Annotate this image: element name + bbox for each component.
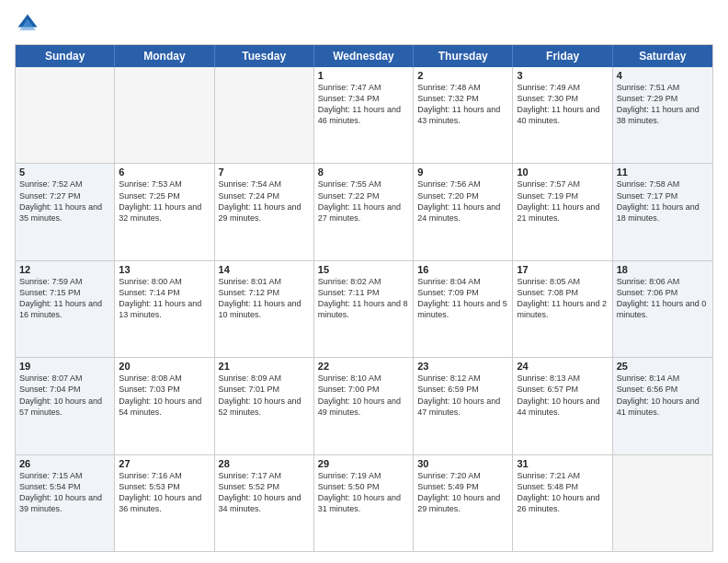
calendar-cell: 28Sunrise: 7:17 AMSunset: 5:52 PMDayligh… xyxy=(215,455,314,551)
cell-info: Sunrise: 7:56 AMSunset: 7:20 PMDaylight:… xyxy=(417,178,508,224)
cell-info: Sunrise: 7:16 AMSunset: 5:53 PMDaylight:… xyxy=(119,470,210,515)
cell-day-number: 11 xyxy=(617,167,709,178)
cell-day-number: 27 xyxy=(119,458,210,469)
cell-info: Sunrise: 7:58 AMSunset: 7:17 PMDaylight:… xyxy=(617,178,709,224)
cell-info: Sunrise: 8:13 AMSunset: 6:57 PMDaylight:… xyxy=(517,373,608,418)
cell-day-number: 2 xyxy=(417,70,508,81)
cell-info: Sunrise: 7:59 AMSunset: 7:15 PMDaylight:… xyxy=(19,276,110,321)
week-row: 1Sunrise: 7:47 AMSunset: 7:34 PMDaylight… xyxy=(16,67,712,163)
logo-icon xyxy=(15,11,40,37)
calendar-cell: 18Sunrise: 8:06 AMSunset: 7:06 PMDayligh… xyxy=(613,261,712,357)
calendar-cell: 27Sunrise: 7:16 AMSunset: 5:53 PMDayligh… xyxy=(115,455,214,551)
calendar-cell: 9Sunrise: 7:56 AMSunset: 7:20 PMDaylight… xyxy=(414,164,513,259)
calendar-cell xyxy=(115,67,214,163)
cell-info: Sunrise: 8:01 AMSunset: 7:12 PMDaylight:… xyxy=(219,276,310,321)
calendar-cell: 31Sunrise: 7:21 AMSunset: 5:48 PMDayligh… xyxy=(513,455,612,551)
calendar-cell: 22Sunrise: 8:10 AMSunset: 7:00 PMDayligh… xyxy=(314,358,414,454)
calendar-cell: 24Sunrise: 8:13 AMSunset: 6:57 PMDayligh… xyxy=(513,358,612,454)
week-row: 5Sunrise: 7:52 AMSunset: 7:27 PMDaylight… xyxy=(16,163,712,259)
cell-day-number: 13 xyxy=(119,264,210,275)
calendar-cell: 3Sunrise: 7:49 AMSunset: 7:30 PMDaylight… xyxy=(513,67,612,163)
day-header: Saturday xyxy=(613,45,712,67)
cell-info: Sunrise: 8:02 AMSunset: 7:11 PMDaylight:… xyxy=(318,276,409,321)
cell-day-number: 10 xyxy=(517,167,608,178)
week-row: 26Sunrise: 7:15 AMSunset: 5:54 PMDayligh… xyxy=(16,454,712,551)
cell-info: Sunrise: 8:04 AMSunset: 7:09 PMDaylight:… xyxy=(417,276,508,321)
cell-day-number: 6 xyxy=(119,167,210,178)
cell-info: Sunrise: 7:17 AMSunset: 5:52 PMDaylight:… xyxy=(219,470,310,515)
cell-info: Sunrise: 7:53 AMSunset: 7:25 PMDaylight:… xyxy=(119,178,210,224)
calendar-cell: 23Sunrise: 8:12 AMSunset: 6:59 PMDayligh… xyxy=(414,358,513,454)
day-header: Wednesday xyxy=(314,45,414,67)
week-row: 12Sunrise: 7:59 AMSunset: 7:15 PMDayligh… xyxy=(16,260,712,357)
calendar-cell: 21Sunrise: 8:09 AMSunset: 7:01 PMDayligh… xyxy=(215,358,314,454)
cell-info: Sunrise: 7:51 AMSunset: 7:29 PMDaylight:… xyxy=(617,82,709,127)
cell-info: Sunrise: 8:05 AMSunset: 7:08 PMDaylight:… xyxy=(517,276,608,321)
day-header: Friday xyxy=(513,45,612,67)
calendar-cell xyxy=(613,455,712,551)
cell-day-number: 7 xyxy=(219,167,310,178)
cell-info: Sunrise: 8:07 AMSunset: 7:04 PMDaylight:… xyxy=(19,373,110,418)
cell-day-number: 4 xyxy=(617,70,709,81)
calendar-cell: 2Sunrise: 7:48 AMSunset: 7:32 PMDaylight… xyxy=(414,67,513,163)
cell-day-number: 30 xyxy=(417,458,508,469)
calendar-cell: 12Sunrise: 7:59 AMSunset: 7:15 PMDayligh… xyxy=(16,261,115,357)
cell-info: Sunrise: 8:10 AMSunset: 7:00 PMDaylight:… xyxy=(318,373,409,418)
cell-day-number: 14 xyxy=(219,264,310,275)
cell-day-number: 28 xyxy=(219,458,310,469)
cell-info: Sunrise: 8:00 AMSunset: 7:14 PMDaylight:… xyxy=(119,276,210,321)
cell-day-number: 25 xyxy=(617,361,709,372)
weeks: 1Sunrise: 7:47 AMSunset: 7:34 PMDaylight… xyxy=(16,67,712,551)
cell-day-number: 12 xyxy=(19,264,110,275)
cell-info: Sunrise: 7:55 AMSunset: 7:22 PMDaylight:… xyxy=(318,178,409,224)
calendar-cell: 15Sunrise: 8:02 AMSunset: 7:11 PMDayligh… xyxy=(314,261,414,357)
cell-info: Sunrise: 8:08 AMSunset: 7:03 PMDaylight:… xyxy=(119,373,210,418)
cell-info: Sunrise: 7:15 AMSunset: 5:54 PMDaylight:… xyxy=(19,470,110,515)
cell-info: Sunrise: 7:47 AMSunset: 7:34 PMDaylight:… xyxy=(318,82,409,127)
cell-info: Sunrise: 7:20 AMSunset: 5:49 PMDaylight:… xyxy=(417,470,508,515)
calendar-cell: 10Sunrise: 7:57 AMSunset: 7:19 PMDayligh… xyxy=(513,164,612,259)
calendar-cell: 20Sunrise: 8:08 AMSunset: 7:03 PMDayligh… xyxy=(115,358,214,454)
cell-day-number: 31 xyxy=(517,458,608,469)
day-header: Thursday xyxy=(414,45,513,67)
calendar-cell: 13Sunrise: 8:00 AMSunset: 7:14 PMDayligh… xyxy=(115,261,214,357)
calendar-cell: 8Sunrise: 7:55 AMSunset: 7:22 PMDaylight… xyxy=(314,164,414,259)
cell-day-number: 29 xyxy=(318,458,409,469)
cell-day-number: 20 xyxy=(119,361,210,372)
calendar-cell: 5Sunrise: 7:52 AMSunset: 7:27 PMDaylight… xyxy=(16,164,115,259)
cell-day-number: 19 xyxy=(19,361,110,372)
calendar-cell: 17Sunrise: 8:05 AMSunset: 7:08 PMDayligh… xyxy=(513,261,612,357)
cell-day-number: 5 xyxy=(19,167,110,178)
cell-day-number: 21 xyxy=(219,361,310,372)
cell-info: Sunrise: 7:54 AMSunset: 7:24 PMDaylight:… xyxy=(219,178,310,224)
cell-info: Sunrise: 8:09 AMSunset: 7:01 PMDaylight:… xyxy=(219,373,310,418)
cell-day-number: 18 xyxy=(617,264,709,275)
calendar-cell: 30Sunrise: 7:20 AMSunset: 5:49 PMDayligh… xyxy=(414,455,513,551)
cell-info: Sunrise: 8:12 AMSunset: 6:59 PMDaylight:… xyxy=(417,373,508,418)
cell-day-number: 17 xyxy=(517,264,608,275)
page: SundayMondayTuesdayWednesdayThursdayFrid… xyxy=(0,0,728,563)
calendar-cell: 19Sunrise: 8:07 AMSunset: 7:04 PMDayligh… xyxy=(16,358,115,454)
cell-info: Sunrise: 7:52 AMSunset: 7:27 PMDaylight:… xyxy=(19,178,110,224)
calendar: SundayMondayTuesdayWednesdayThursdayFrid… xyxy=(15,44,713,552)
cell-info: Sunrise: 8:06 AMSunset: 7:06 PMDaylight:… xyxy=(617,276,709,321)
calendar-cell xyxy=(215,67,314,163)
calendar-cell xyxy=(16,67,115,163)
cell-day-number: 26 xyxy=(19,458,110,469)
calendar-cell: 7Sunrise: 7:54 AMSunset: 7:24 PMDaylight… xyxy=(215,164,314,259)
cell-day-number: 24 xyxy=(517,361,608,372)
cell-day-number: 8 xyxy=(318,167,409,178)
cell-info: Sunrise: 7:49 AMSunset: 7:30 PMDaylight:… xyxy=(517,82,608,127)
calendar-cell: 16Sunrise: 8:04 AMSunset: 7:09 PMDayligh… xyxy=(414,261,513,357)
calendar-cell: 26Sunrise: 7:15 AMSunset: 5:54 PMDayligh… xyxy=(16,455,115,551)
cell-info: Sunrise: 7:48 AMSunset: 7:32 PMDaylight:… xyxy=(417,82,508,127)
cell-day-number: 1 xyxy=(318,70,409,81)
calendar-cell: 11Sunrise: 7:58 AMSunset: 7:17 PMDayligh… xyxy=(613,164,712,259)
cell-day-number: 15 xyxy=(318,264,409,275)
cell-day-number: 16 xyxy=(417,264,508,275)
cell-day-number: 22 xyxy=(318,361,409,372)
day-header: Sunday xyxy=(16,45,115,67)
calendar-cell: 1Sunrise: 7:47 AMSunset: 7:34 PMDaylight… xyxy=(314,67,414,163)
cell-info: Sunrise: 7:19 AMSunset: 5:50 PMDaylight:… xyxy=(318,470,409,515)
logo xyxy=(15,11,44,37)
